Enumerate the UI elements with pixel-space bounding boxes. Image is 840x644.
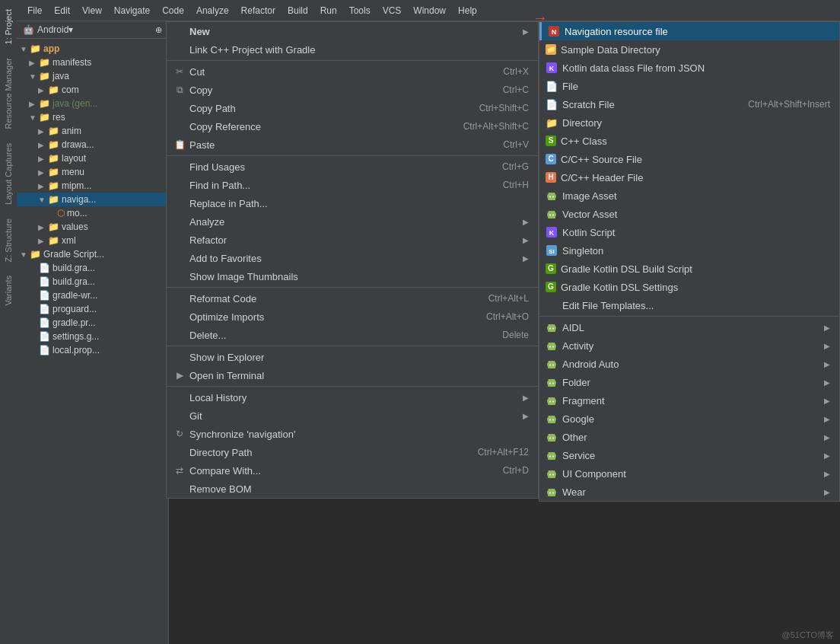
tree-item-build-gradle-2[interactable]: 📄 build.gra... — [17, 275, 168, 289]
ctx-right-android-auto[interactable]: Android Auto ▶ — [539, 355, 839, 373]
menu-navigate[interactable]: Navigate — [110, 4, 154, 18]
ctx-item-analyze[interactable]: Analyze ▶ — [167, 212, 538, 231]
separator-1 — [167, 60, 538, 61]
sidebar-tab-variants[interactable]: Variants — [2, 269, 14, 312]
ctx-item-refactor[interactable]: Refactor ▶ — [167, 231, 538, 249]
tree-item-anim[interactable]: ▶ 📁 anim — [17, 124, 168, 138]
ctx-right-kotlin-script[interactable]: K Kotlin Script — [539, 223, 839, 241]
menu-vcs[interactable]: VCS — [378, 4, 406, 18]
ctx-right-google[interactable]: Google ▶ — [539, 410, 839, 428]
ctx-right-cpp-class[interactable]: S C++ Class — [539, 132, 839, 150]
menu-run[interactable]: Run — [316, 4, 342, 18]
ctx-item-optimize-imports[interactable]: Optimize Imports Ctrl+Alt+O — [167, 308, 538, 326]
sidebar-tab-project[interactable]: 1: Project — [2, 3, 14, 50]
tree-item-gradle-scripts[interactable]: ▼ 📁 Gradle Script... — [17, 247, 168, 261]
gradle-build-icon: G — [546, 263, 556, 274]
tree-item-mo[interactable]: ⬡ mo... — [17, 206, 168, 220]
ctx-right-singleton[interactable]: SI Singleton — [539, 241, 839, 260]
ctx-right-sample-data[interactable]: 📁 Sample Data Directory — [539, 40, 839, 59]
menu-refactor[interactable]: Refactor — [237, 4, 280, 18]
tree-item-com[interactable]: ▶ 📁 com — [17, 83, 168, 97]
ctx-item-replace-in-path[interactable]: Replace in Path... — [167, 194, 538, 212]
menu-help[interactable]: Help — [453, 4, 482, 18]
tree-item-values[interactable]: ▶ 📁 values — [17, 220, 168, 234]
ctx-item-directory-path[interactable]: Directory Path Ctrl+Alt+F12 — [167, 443, 538, 461]
ctx-item-compare-with[interactable]: ⇄ Compare With... Ctrl+D — [167, 461, 538, 480]
tree-item-settings-gradle[interactable]: 📄 settings.g... — [17, 330, 168, 343]
ctx-right-gradle-settings[interactable]: G Gradle Kotlin DSL Settings — [539, 278, 839, 296]
ctx-item-remove-bom[interactable]: Remove BOM — [167, 480, 538, 498]
tree-item-navigation[interactable]: ▼ 📁 naviga... — [17, 193, 168, 206]
ctx-item-paste[interactable]: 📋 Paste Ctrl+V — [167, 135, 538, 154]
ctx-right-directory[interactable]: 📁 Directory — [539, 113, 839, 132]
ctx-right-service[interactable]: Service ▶ — [539, 446, 839, 464]
project-header-label: Android▾ — [37, 24, 73, 35]
ctx-right-ui-component[interactable]: UI Component ▶ — [539, 464, 839, 483]
menu-code[interactable]: Code — [158, 4, 189, 18]
tree-item-drawable[interactable]: ▶ 📁 drawa... — [17, 138, 168, 151]
ctx-item-add-to-favorites[interactable]: Add to Favorites ▶ — [167, 249, 538, 267]
ctx-item-copy-reference[interactable]: Copy Reference Ctrl+Alt+Shift+C — [167, 117, 538, 135]
ctx-item-synchronize[interactable]: ↻ Synchronize 'navigation' — [167, 425, 538, 443]
ctx-item-copy-path[interactable]: Copy Path Ctrl+Shift+C — [167, 99, 538, 117]
ctx-right-folder[interactable]: Folder ▶ — [539, 373, 839, 391]
sidebar-tab-resource[interactable]: Resource Manager — [2, 52, 14, 135]
tree-item-gradle-wrapper[interactable]: 📄 gradle-wr... — [17, 289, 168, 302]
ctx-right-kotlin-json[interactable]: K Kotlin data class File from JSON — [539, 59, 839, 77]
ctx-item-show-thumbnails[interactable]: Show Image Thumbnails — [167, 267, 538, 285]
menu-window[interactable]: Window — [409, 4, 450, 18]
ctx-right-other[interactable]: Other ▶ — [539, 428, 839, 446]
tree-item-mipmap[interactable]: ▶ 📁 mipm... — [17, 179, 168, 193]
menu-file[interactable]: File — [23, 4, 46, 18]
ctx-right-file[interactable]: 📄 File — [539, 77, 839, 95]
ctx-right-edit-templates[interactable]: Edit File Templates... — [539, 296, 839, 314]
ctx-right-nav-resource[interactable]: N Navigation resource file — [539, 22, 839, 40]
ctx-right-gradle-build[interactable]: G Gradle Kotlin DSL Build Script — [539, 260, 839, 278]
svg-text:K: K — [549, 229, 555, 237]
svg-point-37 — [552, 365, 554, 366]
ctx-item-reformat[interactable]: Reformat Code Ctrl+Alt+L — [167, 289, 538, 308]
ctx-right-aidl[interactable]: AIDL ▶ — [539, 318, 839, 336]
svg-point-25 — [552, 328, 554, 330]
tree-item-proguard[interactable]: 📄 proguard... — [17, 302, 168, 316]
ctx-right-cpp-header[interactable]: H C/C++ Header File — [539, 168, 839, 187]
tree-item-menu[interactable]: ▶ 📁 menu — [17, 165, 168, 179]
ctx-item-find-usages[interactable]: Find Usages Ctrl+G — [167, 158, 538, 176]
svg-point-24 — [549, 328, 551, 330]
menu-analyze[interactable]: Analyze — [192, 4, 234, 18]
tree-item-xml[interactable]: ▶ 📁 xml — [17, 234, 168, 247]
tree-item-layout[interactable]: ▶ 📁 layout — [17, 151, 168, 165]
tree-item-res[interactable]: ▼ 📁 res — [17, 110, 168, 124]
ctx-item-open-in-terminal[interactable]: ▶ Open in Terminal — [167, 366, 538, 384]
menu-view[interactable]: View — [78, 4, 107, 18]
menu-edit[interactable]: Edit — [49, 4, 75, 18]
tree-item-local-properties[interactable]: 📄 local.prop... — [17, 343, 168, 357]
menu-tools[interactable]: Tools — [345, 4, 375, 18]
tree-item-app[interactable]: ▼ 📁 app — [17, 42, 168, 56]
sidebar-tab-layout[interactable]: Layout Captures — [2, 137, 14, 211]
ctx-right-wear[interactable]: Wear ▶ — [539, 483, 839, 501]
sidebar-tab-structure[interactable]: Z: Structure — [2, 212, 14, 268]
tree-item-java[interactable]: ▼ 📁 java — [17, 69, 168, 83]
ctx-item-cut[interactable]: ✂ Cut Ctrl+X — [167, 62, 538, 81]
ctx-right-image-asset[interactable]: Image Asset — [539, 187, 839, 205]
ctx-right-fragment[interactable]: Fragment ▶ — [539, 391, 839, 410]
ctx-right-scratch-file[interactable]: 📄 Scratch File Ctrl+Alt+Shift+Insert — [539, 95, 839, 113]
ctx-right-activity[interactable]: Activity ▶ — [539, 336, 839, 355]
ctx-item-find-in-path[interactable]: Find in Path... Ctrl+H — [167, 176, 538, 194]
ctx-right-cpp-source[interactable]: C C/C++ Source File — [539, 150, 839, 168]
ctx-item-new[interactable]: New ▶ — [167, 22, 538, 40]
ctx-item-copy[interactable]: ⧉ Copy Ctrl+C — [167, 81, 538, 99]
tree-item-build-gradle-1[interactable]: 📄 build.gra... — [17, 261, 168, 275]
ctx-item-git[interactable]: Git ▶ — [167, 406, 538, 425]
ctx-right-vector-asset[interactable]: Vector Asset — [539, 205, 839, 223]
menu-build[interactable]: Build — [283, 4, 313, 18]
svg-rect-63 — [548, 455, 555, 460]
tree-item-manifests[interactable]: ▶ 📁 manifests — [17, 56, 168, 69]
tree-item-java-gen[interactable]: ▶ 📁 java (gen... — [17, 97, 168, 110]
ctx-item-local-history[interactable]: Local History ▶ — [167, 388, 538, 406]
ctx-item-show-in-explorer[interactable]: Show in Explorer — [167, 348, 538, 366]
ctx-item-link-cpp[interactable]: Link C++ Project with Gradle — [167, 40, 538, 59]
tree-item-gradle-properties[interactable]: 📄 gradle.pr... — [17, 316, 168, 330]
ctx-item-delete[interactable]: Delete... Delete — [167, 326, 538, 344]
